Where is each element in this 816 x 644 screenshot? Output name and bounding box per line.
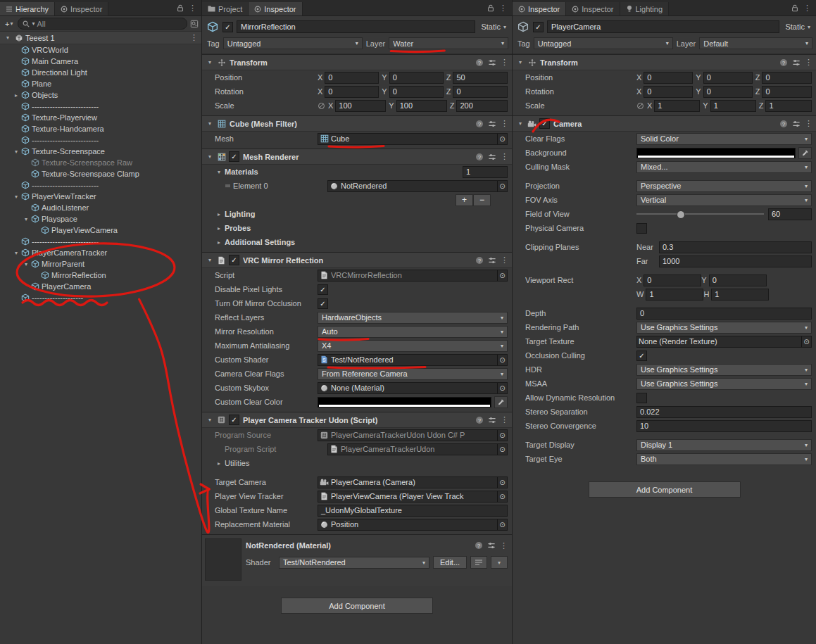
far-input[interactable]: 1000	[659, 255, 812, 267]
tab-lighting[interactable]: Lighting	[620, 2, 670, 15]
gameobject-name-field[interactable]: PlayerCamera	[547, 20, 779, 33]
rendering-path-dropdown[interactable]: Use Graphics Settings▾	[636, 322, 812, 334]
hierarchy-item-plane[interactable]: Plane	[0, 78, 201, 89]
axis-input[interactable]: 0	[703, 72, 753, 84]
axis-input[interactable]: 0	[644, 86, 693, 98]
axis-input[interactable]: 0	[644, 274, 701, 286]
axis-input[interactable]: 100	[335, 100, 386, 112]
foldout-open-icon[interactable]: ▾	[22, 216, 30, 222]
foldout-open-icon[interactable]: ▾	[516, 120, 525, 127]
layer-dropdown[interactable]: Water ▾	[389, 37, 508, 49]
foldout-open-icon[interactable]: ▾	[206, 59, 214, 65]
help-icon[interactable]: ?	[475, 153, 484, 161]
fov-axis-dropdown[interactable]: Vertical▾	[636, 194, 812, 206]
static-dropdown[interactable]: Static ▾	[783, 23, 812, 31]
hierarchy-item-objects[interactable]: ▸Objects	[0, 89, 201, 101]
foldout-open-icon[interactable]: ▾	[206, 153, 214, 160]
link-scale-icon[interactable]	[318, 102, 325, 110]
kebab-menu-icon[interactable]: ⋮	[805, 58, 812, 66]
component-enabled-checkbox[interactable]: ✓	[229, 151, 239, 162]
hierarchy-item-texture-playerview[interactable]: Texture-Playerview	[0, 112, 201, 123]
foldout-open-icon[interactable]: ▾	[206, 120, 214, 127]
axis-input[interactable]: 200	[456, 100, 508, 112]
axis-input[interactable]: 1	[710, 100, 756, 112]
culling-mask-dropdown[interactable]: Mixed...▾	[636, 161, 812, 173]
axis-input[interactable]: 100	[396, 100, 447, 112]
foldout-open-icon[interactable]: ▾	[215, 169, 223, 175]
hierarchy-item-audiolistener[interactable]: AudioListener	[0, 202, 201, 213]
active-checkbox[interactable]: ✓	[533, 22, 544, 32]
kebab-menu-icon[interactable]: ⋮	[190, 34, 198, 42]
hierarchy-search-field[interactable]: ▾ All	[18, 18, 187, 30]
hierarchy-separator-item[interactable]: --------------------	[0, 292, 201, 303]
axis-input[interactable]: 0	[762, 86, 812, 98]
hierarchy-separator-item[interactable]: --------------------------	[0, 101, 201, 112]
shader-edit-button[interactable]: Edit...	[433, 556, 467, 569]
shader-dropdown[interactable]: Test/NotRendered ▾	[279, 557, 429, 569]
axis-input[interactable]: 0	[644, 72, 693, 84]
kebab-menu-icon[interactable]: ⋮	[501, 58, 508, 66]
tag-dropdown[interactable]: Untagged ▾	[534, 37, 673, 49]
kebab-menu-icon[interactable]: ⋮	[501, 256, 508, 264]
stereo-separation-input[interactable]: 0.022	[636, 406, 812, 418]
object-field[interactable]: STest/NotRendered⊙	[318, 354, 508, 366]
material-menu-icon[interactable]	[470, 556, 487, 569]
object-picker-icon[interactable]: ⊙	[497, 355, 507, 365]
object-picker-icon[interactable]: ⊙	[497, 477, 507, 488]
preset-icon[interactable]	[488, 58, 496, 67]
clear-flags-dropdown[interactable]: Solid Color▾	[636, 133, 812, 145]
hierarchy-item-vrcworld[interactable]: VRCWorld	[0, 44, 201, 56]
maximum-antialiasing-dropdown[interactable]: X4▾	[318, 340, 508, 352]
preset-icon[interactable]	[488, 120, 496, 128]
foldout-open-icon[interactable]: ▾	[206, 417, 214, 423]
foldout-open-icon[interactable]: ▾	[4, 34, 12, 41]
hierarchy-item-main-camera[interactable]: Main Camera	[0, 56, 201, 67]
tag-dropdown[interactable]: Untagged ▾	[223, 37, 363, 49]
near-input[interactable]: 0.3	[659, 241, 812, 253]
depth-input[interactable]: 0	[636, 308, 812, 320]
stereo-convergence-input[interactable]: 10	[636, 420, 812, 432]
object-field[interactable]: PlayerViewCamera (Player View Track⊙	[318, 491, 508, 503]
foldout-closed-icon[interactable]: ▸	[215, 225, 223, 232]
camera-clear-flags-dropdown[interactable]: From Reference Camera▾	[318, 368, 508, 380]
kebab-menu-icon[interactable]: ⋮	[501, 416, 508, 424]
kebab-menu-icon[interactable]: ⋮	[805, 120, 812, 127]
disable-pixel-lights-checkbox[interactable]: ✓	[318, 284, 328, 295]
object-picker-icon[interactable]: ⊙	[497, 519, 507, 530]
hierarchy-item-playerviewtracker[interactable]: ▾PlayerViewTracker	[0, 191, 201, 202]
reflect-layers-dropdown[interactable]: HardwareObjects▾	[318, 312, 508, 324]
axis-input[interactable]: 0	[703, 86, 753, 98]
help-icon[interactable]: ?	[475, 541, 483, 550]
gameobject-name-field[interactable]: MirrorReflection	[237, 20, 475, 33]
array-size-input[interactable]: 1	[463, 166, 508, 178]
scene-row[interactable]: ▾ Teeest 1 ⋮	[0, 32, 201, 44]
allow-dynamic-resolution-checkbox[interactable]	[636, 393, 647, 403]
axis-input[interactable]: 0	[453, 86, 508, 98]
msaa-dropdown[interactable]: Use Graphics Settings▾	[636, 378, 812, 390]
layer-dropdown[interactable]: Default ▾	[699, 37, 812, 49]
static-dropdown[interactable]: Static ▾	[479, 23, 508, 31]
axis-input[interactable]: 0	[709, 274, 767, 286]
link-scale-icon[interactable]	[636, 102, 644, 110]
hdr-dropdown[interactable]: Use Graphics Settings▾	[636, 364, 812, 376]
foldout-open-icon[interactable]: ▾	[12, 149, 20, 155]
hierarchy-separator-item[interactable]: --------------------------	[0, 134, 201, 146]
object-picker-icon[interactable]: ⊙	[497, 181, 507, 191]
hierarchy-item-texture-handcamera[interactable]: Texture-Handcamera	[0, 123, 201, 134]
hierarchy-separator-item[interactable]: --------------------------	[0, 179, 201, 191]
lock-icon[interactable]	[791, 4, 798, 12]
component-enabled-checkbox[interactable]: ✓	[229, 255, 239, 265]
foldout-closed-icon[interactable]: ▸	[215, 239, 223, 246]
kebab-menu-icon[interactable]: ⋮	[501, 153, 508, 160]
help-icon[interactable]: ?	[475, 58, 484, 67]
preset-icon[interactable]	[792, 120, 801, 128]
help-icon[interactable]: ?	[475, 416, 484, 424]
hierarchy-item-playspace[interactable]: ▾Playspace	[0, 213, 201, 225]
target-eye-dropdown[interactable]: Both▾	[636, 453, 812, 465]
tab-inspector[interactable]: Inspector	[566, 2, 620, 15]
physical-camera-checkbox[interactable]	[636, 223, 647, 234]
hierarchy-item-mirrorreflection[interactable]: MirrorReflection	[0, 270, 201, 281]
kebab-menu-icon[interactable]: ⋮	[189, 4, 196, 12]
lock-icon[interactable]	[177, 4, 184, 12]
component-enabled-checkbox[interactable]: ✓	[229, 415, 239, 425]
